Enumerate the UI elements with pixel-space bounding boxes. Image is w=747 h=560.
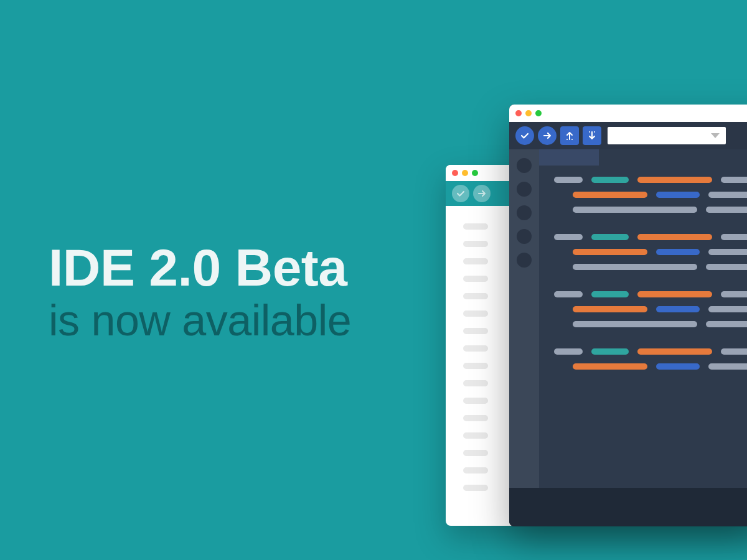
code-token xyxy=(656,249,700,255)
code-placeholder-line xyxy=(463,450,488,456)
code-token xyxy=(573,207,697,213)
code-token xyxy=(721,177,747,183)
new-ide-sidebar xyxy=(509,149,539,488)
code-placeholder-line xyxy=(463,276,488,282)
active-tab[interactable] xyxy=(539,149,599,166)
upload-button[interactable] xyxy=(473,185,491,202)
chevron-down-icon xyxy=(711,133,720,138)
code-token xyxy=(708,192,747,198)
code-token xyxy=(573,363,647,370)
status-bar xyxy=(509,488,747,526)
code-token xyxy=(637,177,712,183)
code-area xyxy=(539,166,747,370)
code-token xyxy=(706,264,747,270)
code-block xyxy=(554,291,747,327)
code-token xyxy=(591,234,629,240)
verify-button[interactable] xyxy=(452,185,469,202)
serial-download-button[interactable] xyxy=(583,126,601,145)
code-token xyxy=(721,291,747,297)
headline-title: IDE 2.0 Beta xyxy=(49,241,351,294)
code-token xyxy=(637,234,712,240)
upload-button[interactable] xyxy=(538,126,557,145)
headline-block: IDE 2.0 Beta is now available xyxy=(49,241,351,342)
code-token xyxy=(591,177,629,183)
code-token xyxy=(573,321,697,327)
new-window-titlebar xyxy=(509,105,747,122)
svg-point-4 xyxy=(591,131,593,133)
code-token xyxy=(656,363,700,370)
code-token xyxy=(637,348,712,355)
minimize-icon[interactable] xyxy=(525,110,532,116)
code-placeholder-line xyxy=(463,328,488,334)
code-token xyxy=(573,306,647,312)
code-placeholder-line xyxy=(463,485,488,491)
sidebar-item[interactable] xyxy=(517,253,532,268)
code-token xyxy=(656,192,700,198)
code-block xyxy=(554,348,747,370)
code-placeholder-line xyxy=(463,258,488,264)
svg-point-3 xyxy=(589,131,590,133)
sidebar-item[interactable] xyxy=(517,229,532,244)
headline-subtitle: is now available xyxy=(49,299,351,342)
code-placeholder-line xyxy=(463,380,488,386)
code-block xyxy=(554,177,747,213)
code-token xyxy=(573,192,647,198)
code-token xyxy=(637,291,712,297)
editor-tabs xyxy=(539,149,747,166)
board-selector-dropdown[interactable] xyxy=(608,127,726,144)
serial-upload-button[interactable] xyxy=(560,126,579,145)
sidebar-item[interactable] xyxy=(517,182,532,197)
code-token xyxy=(554,348,583,355)
code-placeholder-line xyxy=(463,432,488,439)
code-placeholder-line xyxy=(463,310,488,317)
code-placeholder-line xyxy=(463,293,488,299)
sidebar-item[interactable] xyxy=(517,205,532,220)
svg-point-2 xyxy=(571,139,573,140)
svg-point-5 xyxy=(594,131,595,133)
verify-button[interactable] xyxy=(515,126,534,145)
code-placeholder-line xyxy=(463,345,488,352)
code-token xyxy=(708,306,747,312)
code-token xyxy=(554,234,583,240)
code-token xyxy=(591,291,629,297)
svg-point-0 xyxy=(566,139,568,140)
code-placeholder-line xyxy=(463,467,488,474)
code-placeholder-line xyxy=(463,241,488,247)
code-token xyxy=(591,348,629,355)
code-token xyxy=(721,348,747,355)
code-block xyxy=(554,234,747,270)
svg-point-1 xyxy=(569,139,570,140)
code-token xyxy=(708,363,747,370)
close-icon[interactable] xyxy=(515,110,522,116)
code-token xyxy=(554,291,583,297)
code-placeholder-line xyxy=(463,415,488,421)
code-placeholder-line xyxy=(463,223,488,230)
code-token xyxy=(706,321,747,327)
sidebar-item[interactable] xyxy=(517,158,532,173)
maximize-icon[interactable] xyxy=(472,170,478,176)
code-editor[interactable] xyxy=(539,149,747,488)
code-token xyxy=(656,306,700,312)
minimize-icon[interactable] xyxy=(462,170,468,176)
code-token xyxy=(708,249,747,255)
maximize-icon[interactable] xyxy=(535,110,542,116)
code-token xyxy=(706,207,747,213)
code-token xyxy=(554,177,583,183)
new-ide-toolbar xyxy=(509,122,747,149)
code-placeholder-line xyxy=(463,398,488,404)
code-token xyxy=(721,234,747,240)
code-token xyxy=(573,249,647,255)
new-ide-window xyxy=(509,105,747,526)
close-icon[interactable] xyxy=(452,170,458,176)
code-placeholder-line xyxy=(463,363,488,369)
code-token xyxy=(573,264,697,270)
